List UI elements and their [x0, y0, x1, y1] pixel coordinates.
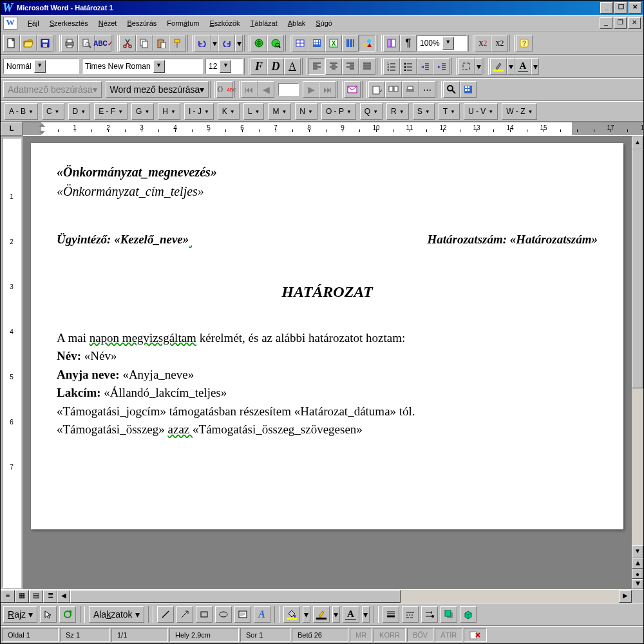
insert-table-icon[interactable] — [308, 35, 325, 52]
menu-formatum[interactable]: Formátum — [162, 18, 204, 28]
wordart-icon[interactable]: A — [254, 606, 270, 623]
font-color-dropdown[interactable]: ▾ — [531, 58, 539, 75]
merge-dialog-icon[interactable]: ⋯ — [419, 81, 435, 98]
borders-icon[interactable] — [458, 58, 475, 75]
minimize-button[interactable]: _ — [600, 2, 613, 14]
line-color-dropdown[interactable]: ▾ — [332, 606, 340, 623]
align-justify-icon[interactable] — [359, 58, 375, 75]
horizontal-scrollbar[interactable]: ◀ ▶ — [57, 590, 632, 603]
mailmerge-helper-icon[interactable] — [344, 81, 361, 98]
menu-eszkozok[interactable]: Eszközök — [204, 18, 245, 28]
check-errors-icon[interactable]: ✓ — [368, 81, 385, 98]
align-right-icon[interactable] — [342, 58, 359, 75]
select-objects-icon[interactable] — [40, 606, 57, 623]
copy-icon[interactable] — [136, 35, 153, 52]
spellcheck-icon[interactable]: ABC✓ — [95, 35, 111, 52]
italic-button[interactable]: D — [267, 58, 284, 75]
line-style-icon[interactable] — [383, 606, 399, 623]
highlight-icon[interactable] — [490, 58, 507, 75]
save-icon[interactable] — [37, 35, 53, 52]
cut-icon[interactable] — [119, 35, 136, 52]
alpha-button-17[interactable]: W - Z▼ — [502, 103, 537, 120]
web-toolbar-icon[interactable] — [267, 35, 284, 52]
arrow-icon[interactable] — [176, 606, 193, 623]
alpha-button-12[interactable]: Q▼ — [360, 103, 383, 120]
underline-button[interactable]: A — [284, 58, 301, 75]
vertical-ruler[interactable]: 1234567 — [2, 138, 21, 588]
alpha-button-16[interactable]: U - V▼ — [464, 103, 498, 120]
outline-view-icon[interactable]: ≣ — [43, 590, 57, 603]
style-combo[interactable]: Normál▼ — [3, 59, 79, 74]
scroll-up-button[interactable]: ▲ — [632, 137, 643, 149]
alpha-button-3[interactable]: E - F▼ — [94, 103, 128, 120]
document-map-icon[interactable] — [383, 35, 400, 52]
page-layout-view-icon[interactable]: ▤ — [29, 590, 43, 603]
alpha-button-11[interactable]: O - P▼ — [321, 103, 356, 120]
free-rotate-icon[interactable] — [59, 606, 76, 623]
font-combo[interactable]: Times New Roman▼ — [82, 59, 203, 74]
rectangle-icon[interactable] — [196, 606, 213, 623]
alpha-button-13[interactable]: R▼ — [386, 103, 409, 120]
edit-datasource-icon[interactable] — [460, 81, 477, 98]
mdi-close-button[interactable]: ✕ — [628, 17, 641, 29]
alpha-button-9[interactable]: M▼ — [268, 103, 291, 120]
merge-to-printer-icon[interactable] — [402, 81, 419, 98]
scroll-down-button[interactable]: ▼ — [632, 545, 643, 558]
redo-icon[interactable] — [218, 35, 235, 52]
alpha-button-15[interactable]: T▼ — [439, 103, 460, 120]
scroll-left-button[interactable]: ◀ — [57, 590, 70, 603]
status-spellcheck-icon[interactable] — [464, 628, 487, 642]
undo-icon[interactable] — [194, 35, 211, 52]
line-icon[interactable] — [157, 606, 174, 623]
paste-icon[interactable] — [153, 35, 169, 52]
bold-button[interactable]: F — [251, 58, 267, 75]
status-korr[interactable]: KORR — [374, 628, 406, 642]
columns-icon[interactable] — [342, 35, 359, 52]
alpha-button-14[interactable]: S▼ — [413, 103, 435, 120]
font-size-combo[interactable]: 12▼ — [205, 59, 243, 74]
arrow-style-icon[interactable] — [421, 606, 438, 623]
scroll-right-button[interactable]: ▶ — [619, 590, 632, 603]
record-number-field[interactable] — [278, 83, 299, 96]
new-document-icon[interactable] — [3, 35, 20, 52]
close-button[interactable]: ✕ — [629, 2, 641, 14]
alpha-button-7[interactable]: K▼ — [218, 103, 240, 120]
mdi-minimize-button[interactable]: _ — [600, 17, 612, 29]
menu-ablak[interactable]: Ablak — [283, 18, 311, 28]
font-color-icon[interactable]: A — [515, 58, 531, 75]
tables-borders-icon[interactable] — [292, 35, 308, 52]
menu-sugo[interactable]: Súgó — [310, 18, 337, 28]
menu-beszuras[interactable]: Beszúrás — [122, 18, 162, 28]
show-hide-pilcrow-icon[interactable]: ¶ — [400, 35, 417, 52]
highlight-dropdown[interactable]: ▾ — [507, 58, 515, 75]
fill-color-icon[interactable] — [283, 606, 300, 623]
web-layout-view-icon[interactable]: ▦ — [15, 590, 29, 603]
undo-dropdown[interactable]: ▾ — [211, 35, 218, 52]
page-scroll-area[interactable]: «Önkormányzat_megnevezés» «Önkormányzat_… — [23, 137, 631, 589]
increase-indent-icon[interactable] — [433, 58, 450, 75]
format-painter-icon[interactable] — [169, 35, 186, 52]
next-page-button[interactable]: ▾ — [632, 579, 643, 589]
autoshapes-button[interactable]: Alakzatok ▾ — [89, 606, 144, 623]
vertical-scrollbar[interactable]: ▲ ▼ ▴ ● ▾ — [631, 137, 643, 589]
document-icon[interactable]: W — [3, 17, 17, 30]
restore-button[interactable]: ❐ — [614, 2, 627, 14]
dash-style-icon[interactable] — [402, 606, 419, 623]
alpha-button-8[interactable]: L▼ — [243, 103, 265, 120]
zoom-combo[interactable]: 100%▼ — [417, 35, 467, 51]
mdi-restore-button[interactable]: ❐ — [614, 17, 627, 29]
3d-icon[interactable] — [460, 606, 477, 623]
shadow-icon[interactable] — [440, 606, 457, 623]
print-preview-icon[interactable] — [78, 35, 95, 52]
normal-view-icon[interactable]: ≡ — [1, 590, 15, 603]
alpha-button-10[interactable]: N▼ — [295, 103, 317, 120]
draw-menu-button[interactable]: Rajz ▾ — [3, 606, 37, 623]
redo-dropdown[interactable]: ▾ — [235, 35, 243, 52]
borders-dropdown[interactable]: ▾ — [475, 58, 482, 75]
tab-selector[interactable]: L — [1, 122, 23, 136]
alpha-button-0[interactable]: A - B▼ — [5, 103, 38, 120]
document-page[interactable]: «Önkormányzat_megnevezés» «Önkormányzat_… — [31, 143, 623, 529]
line-color-icon[interactable] — [313, 606, 330, 623]
status-atir[interactable]: ÁTÍR — [435, 628, 462, 642]
menu-tablazat[interactable]: Táblázat — [245, 18, 283, 28]
